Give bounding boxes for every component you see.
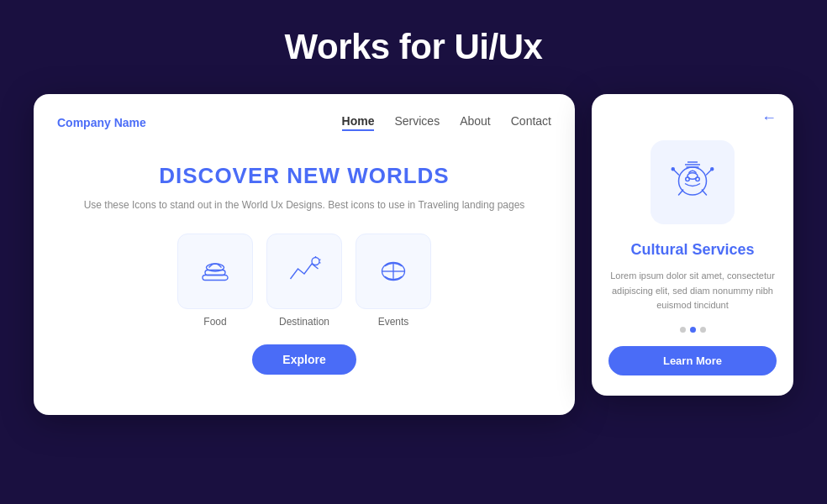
nav-item-contact[interactable]: Contact [511, 114, 551, 131]
svg-point-15 [711, 168, 714, 171]
learn-more-button[interactable]: Learn More [608, 346, 777, 375]
destination-icon [284, 251, 324, 291]
cultural-services-desc: Lorem ipsum dolor sit amet, consectetur … [608, 269, 777, 313]
mobile-panel: ← Cultur [592, 94, 793, 396]
food-icon-card[interactable] [177, 234, 253, 309]
cultural-icon [667, 157, 718, 207]
svg-point-12 [686, 177, 690, 181]
events-card-wrapper: Events [356, 234, 431, 328]
food-card-wrapper: Food [177, 234, 253, 328]
mobile-icon-container [651, 140, 735, 224]
svg-line-6 [319, 263, 321, 264]
events-icon [373, 251, 414, 291]
page-title: Works for Ui/Ux [285, 27, 543, 67]
dot-3[interactable] [700, 327, 706, 333]
company-name: Company Name [57, 116, 146, 129]
explore-button[interactable]: Explore [252, 344, 356, 375]
nav-item-about[interactable]: About [460, 114, 491, 131]
dots-indicator [680, 327, 706, 333]
dot-1[interactable] [680, 327, 686, 333]
desktop-panel: Company Name Home Services About Contact… [34, 94, 575, 415]
destination-icon-card[interactable] [266, 234, 342, 309]
hero-subtitle: Use these Icons to stand out in the Worl… [74, 197, 535, 213]
destination-card-wrapper: Destination [266, 234, 342, 328]
destination-label: Destination [279, 316, 329, 328]
hero-section: DISCOVER NEW WORLDS Use these Icons to s… [57, 155, 551, 391]
icon-cards-row: Food Destination [74, 234, 535, 328]
events-icon-card[interactable] [356, 234, 431, 309]
events-label: Events [378, 316, 409, 328]
dot-2[interactable] [690, 327, 696, 333]
nav-links: Home Services About Contact [342, 114, 551, 131]
svg-line-5 [319, 260, 321, 260]
svg-rect-0 [203, 276, 228, 281]
mobile-back[interactable]: ← [608, 109, 777, 127]
nav-item-services[interactable]: Services [394, 114, 440, 131]
svg-point-13 [696, 177, 700, 181]
hero-title: DISCOVER NEW WORLDS [74, 163, 535, 189]
desktop-nav: Company Name Home Services About Contact [57, 114, 551, 131]
food-icon [195, 251, 235, 291]
cultural-services-title: Cultural Services [630, 241, 754, 259]
nav-item-home[interactable]: Home [342, 114, 375, 131]
svg-point-14 [672, 168, 674, 171]
panels-container: Company Name Home Services About Contact… [0, 94, 827, 415]
svg-point-3 [312, 258, 319, 265]
food-label: Food [203, 316, 226, 328]
